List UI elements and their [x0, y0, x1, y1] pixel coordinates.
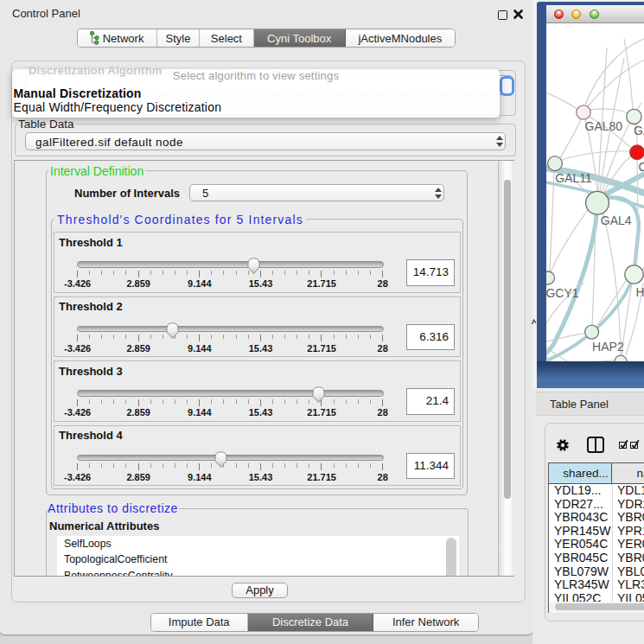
svg-text:GAL4: GAL4 — [601, 214, 632, 227]
svg-text:GAL2: GAL2 — [634, 124, 644, 137]
svg-text:C: C — [639, 160, 644, 174]
svg-text:GAL80: GAL80 — [585, 119, 623, 133]
svg-text:HAP2: HAP2 — [592, 340, 624, 354]
svg-text:GAL11: GAL11 — [555, 171, 592, 185]
svg-text:HIS7: HIS7 — [636, 285, 644, 299]
svg-text:GCY1: GCY1 — [546, 286, 579, 300]
